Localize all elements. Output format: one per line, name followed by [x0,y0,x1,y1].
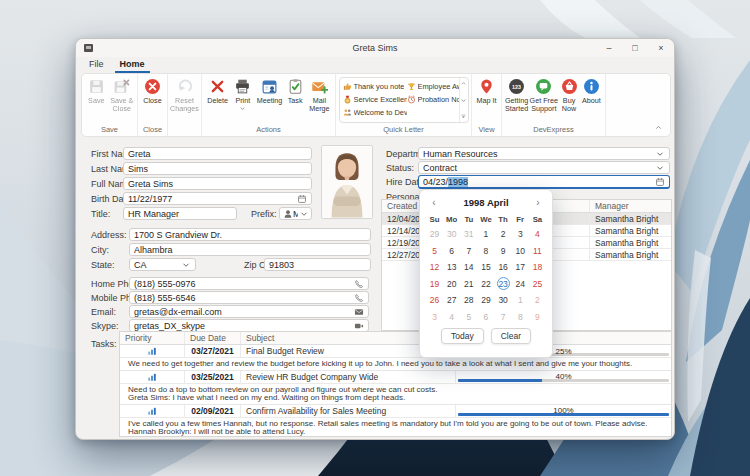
priority-bars-icon [147,372,157,382]
profile-column-header-manager[interactable]: Manager [590,200,671,212]
task-row[interactable]: 03/27/2021Final Budget Review25% [120,345,671,358]
calendar-day[interactable]: 5 [460,310,477,323]
hire-date-input[interactable]: 04/23/1998 [418,175,670,189]
calendar-day[interactable]: 6 [477,310,494,323]
calendar-day[interactable]: 5 [426,244,443,257]
calendar-day-selected[interactable]: 23 [495,277,512,290]
calendar-day[interactable]: 9 [495,244,512,257]
hire-date-text: 04/23/ [423,177,448,187]
calendar-day[interactable]: 8 [477,244,494,257]
last-name-input[interactable]: Sims [123,162,312,175]
email-value: gretas@dx-email.com [134,307,353,317]
calendar-day[interactable]: 18 [529,261,546,274]
calendar-day[interactable]: 1 [512,294,529,307]
department-select[interactable]: Human Resources [418,147,670,160]
calendar-day-number: 14 [462,261,475,274]
form-area: First Name: Last Name: Full Name: Birth … [76,39,674,439]
calendar-day-number: 29 [479,294,492,307]
city-input[interactable]: Alhambra [129,243,371,256]
calendar-day[interactable]: 9 [529,310,546,323]
chevron-down-icon[interactable] [298,208,309,219]
hire-date-selected-text: 1998 [448,177,468,187]
full-name-input[interactable]: Greta Sims [123,177,312,190]
calendar-day[interactable]: 8 [512,310,529,323]
prefix-select[interactable]: Ms [279,207,312,220]
calendar-day-number: 5 [428,244,441,257]
calendar-title[interactable]: 1998 April [442,197,530,208]
calendar-day[interactable]: 17 [512,261,529,274]
birth-date-input[interactable]: 11/22/1977 [123,192,312,205]
address-input[interactable]: 1700 S Grandview Dr. [129,228,371,241]
first-name-value: Greta [128,149,307,159]
envelope-icon [353,306,364,317]
calendar-day[interactable]: 28 [460,294,477,307]
calendar-day[interactable]: 3 [426,310,443,323]
first-name-input[interactable]: Greta [123,147,312,160]
calendar-day[interactable]: 1 [477,228,494,241]
calendar-day[interactable]: 12 [426,261,443,274]
chevron-down-icon[interactable] [654,162,665,173]
calendar-day[interactable]: 14 [460,261,477,274]
zip-code-input[interactable]: 91803 [264,258,371,271]
calendar-icon[interactable] [296,193,307,204]
state-value: CA [134,260,180,270]
clear-button[interactable]: Clear [491,328,531,344]
manager-cell: Samantha Bright [590,249,671,260]
email-input[interactable]: gretas@dx-email.com [129,305,369,318]
app-window: Greta Sims – □ × FileHome SaveSave & Clo… [75,38,675,440]
calendar-day[interactable]: 20 [443,277,460,290]
calendar-day[interactable]: 16 [495,261,512,274]
chevron-down-icon[interactable] [654,148,665,159]
status-select[interactable]: Contract [418,161,670,174]
tasks-column-header-priority[interactable]: Priority [120,332,185,344]
task-row[interactable]: 03/25/2021Review HR Budget Company Wide4… [120,371,671,384]
calendar-day[interactable]: 10 [512,244,529,257]
tasks-column-header-due-date[interactable]: Due Date [185,332,241,344]
calendar-day[interactable]: 31 [460,228,477,241]
chevron-down-icon[interactable] [180,259,191,270]
home-phone-input[interactable]: (818) 555-0976 [129,277,369,290]
calendar-prev-button[interactable]: ‹ [426,195,442,211]
calendar-day[interactable]: 3 [512,228,529,241]
calendar-day-number: 15 [479,261,492,274]
calendar-weekday-row: SuMoTuWeThFrSa [426,212,546,226]
calendar-day[interactable]: 7 [460,244,477,257]
manager-cell: Samantha Bright [590,225,671,236]
calendar-day[interactable]: 2 [529,294,546,307]
task-row[interactable]: 02/09/2021Confirm Availability for Sales… [120,405,671,418]
progress-label: 25% [555,347,571,356]
calendar-day-number: 1 [514,294,527,307]
state-select[interactable]: CA [129,258,196,271]
status-value: Contract [423,163,654,173]
calendar-day[interactable]: 26 [426,294,443,307]
title-input[interactable]: HR Manager [123,207,237,220]
calendar-day[interactable]: 24 [512,277,529,290]
calendar-day[interactable]: 11 [529,244,546,257]
calendar-day[interactable]: 27 [443,294,460,307]
full-name-value: Greta Sims [128,179,307,189]
calendar-day-number: 6 [445,244,458,257]
calendar-day[interactable]: 22 [477,277,494,290]
today-button[interactable]: Today [441,328,484,344]
calendar-day[interactable]: 6 [443,244,460,257]
calendar-day[interactable]: 25 [529,277,546,290]
calendar-day[interactable]: 30 [495,294,512,307]
calendar-day[interactable]: 4 [529,228,546,241]
calendar-day[interactable]: 13 [443,261,460,274]
calendar-day[interactable]: 2 [495,228,512,241]
calendar-day[interactable]: 21 [460,277,477,290]
calendar-day[interactable]: 4 [443,310,460,323]
manager-cell: Samantha Bright [590,213,671,224]
calendar-next-button[interactable]: › [530,195,546,211]
calendar-day[interactable]: 30 [443,228,460,241]
birth-date-value: 11/22/1977 [128,194,296,204]
calendar-icon[interactable] [654,176,665,187]
calendar-day[interactable]: 19 [426,277,443,290]
calendar-day[interactable]: 29 [426,228,443,241]
calendar-day-number: 2 [497,228,510,241]
calendar-day[interactable]: 15 [477,261,494,274]
task-note-line: Greta Sims: I have what I need on my end… [128,394,665,403]
calendar-day[interactable]: 29 [477,294,494,307]
calendar-day[interactable]: 7 [495,310,512,323]
mobile-phone-input[interactable]: (818) 555-6546 [129,291,369,304]
